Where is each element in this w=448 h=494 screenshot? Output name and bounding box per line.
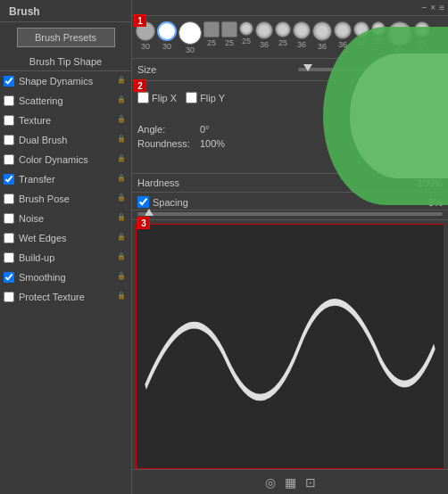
preset-num: 25 (207, 38, 216, 47)
lock-icon-transfer: 🔒 (117, 174, 126, 185)
sidebar-item-noise[interactable]: Noise🔒 (0, 209, 131, 228)
preset-num: 30 (186, 45, 195, 54)
label-scattering: Scattering (19, 95, 115, 106)
label-protect-texture: Protect Texture (19, 292, 115, 302)
sidebar-item-transfer[interactable]: Transfer🔒 (0, 169, 131, 189)
checkbox-dual-brush[interactable] (4, 135, 14, 145)
preset-circle (334, 21, 352, 39)
spacing-slider[interactable] (137, 212, 443, 216)
checkbox-scattering[interactable] (4, 95, 14, 106)
label-transfer: Transfer (19, 174, 115, 185)
preset-item[interactable]: 30 (157, 21, 177, 56)
bottom-icon-1[interactable]: ◎ (265, 475, 276, 490)
sidebar: Brush Brush Presets Brush Tip Shape Shap… (0, 0, 132, 494)
sidebar-item-scattering[interactable]: Scattering🔒 (0, 91, 131, 111)
preset-circle (221, 21, 237, 37)
label-3: 3 (137, 217, 150, 229)
size-label: Size (137, 64, 293, 75)
checkbox-wet-edges[interactable] (4, 233, 14, 243)
label-dual-brush: Dual Brush (19, 135, 115, 145)
bottom-icon-2[interactable]: ▦ (285, 475, 296, 490)
preset-num: 36 (297, 40, 306, 49)
preset-num: 25 (278, 38, 287, 47)
brush-tip-shape-label: Brush Tip Shape (0, 53, 131, 71)
sidebar-items: Shape Dynamics🔒Scattering🔒Texture🔒Dual B… (0, 71, 131, 307)
lock-icon-smoothing: 🔒 (117, 272, 126, 283)
label-1: 1 (134, 14, 146, 27)
preset-num: 36 (260, 40, 269, 49)
flip-x-checkbox[interactable] (137, 92, 149, 103)
label-brush-pose: Brush Pose (19, 193, 115, 204)
preset-circle (312, 21, 332, 41)
sidebar-item-build-up[interactable]: Build-up🔒 (0, 248, 131, 268)
panel-title: Brush (0, 0, 131, 22)
svg-rect-0 (137, 225, 444, 468)
spacing-checkbox[interactable] (137, 196, 149, 208)
lock-icon-brush-pose: 🔒 (117, 193, 126, 204)
lock-icon-dual-brush: 🔒 (117, 135, 126, 145)
checkbox-build-up[interactable] (4, 252, 14, 263)
checkbox-noise[interactable] (4, 213, 14, 224)
lock-icon-build-up: 🔒 (117, 252, 126, 263)
flip-y-checkbox[interactable] (186, 92, 197, 103)
preset-item[interactable]: 36 (255, 21, 273, 56)
flip-x-label[interactable]: Flip X (137, 92, 177, 103)
checkbox-color-dynamics[interactable] (4, 154, 14, 165)
close-panel-icon[interactable]: × (430, 3, 436, 12)
green-shape-inner (350, 54, 448, 178)
minimize-panel-icon[interactable]: − (421, 3, 427, 12)
checkbox-smoothing[interactable] (4, 272, 14, 283)
preset-item[interactable]: 25 (203, 21, 220, 56)
sidebar-item-color-dynamics[interactable]: Color Dynamics🔒 (0, 150, 131, 169)
top-bar: − × ≡ (132, 0, 448, 16)
preset-item[interactable]: 25 (221, 21, 237, 56)
lock-icon-shape-dynamics: 🔒 (117, 76, 126, 86)
preset-item[interactable]: 25 (275, 21, 291, 56)
sidebar-item-shape-dynamics[interactable]: Shape Dynamics🔒 (0, 71, 131, 91)
label-build-up: Build-up (19, 252, 115, 263)
menu-panel-icon[interactable]: ≡ (439, 3, 444, 12)
sidebar-item-dual-brush[interactable]: Dual Brush🔒 (0, 130, 131, 150)
bottom-icon-3[interactable]: ⊡ (305, 475, 316, 490)
sidebar-item-protect-texture[interactable]: Protect Texture🔒 (0, 287, 131, 307)
brush-presets-button[interactable]: Brush Presets (17, 28, 115, 47)
sidebar-item-smoothing[interactable]: Smoothing🔒 (0, 268, 131, 287)
sidebar-item-wet-edges[interactable]: Wet Edges🔒 (0, 228, 131, 248)
bottom-toolbar: ◎ ▦ ⊡ (132, 469, 448, 494)
label-smoothing: Smoothing (19, 272, 115, 283)
lock-icon-texture: 🔒 (117, 115, 126, 126)
angle-value: 0° (200, 124, 210, 135)
checkbox-protect-texture[interactable] (4, 292, 14, 302)
roundness-value: 100% (200, 138, 225, 149)
size-slider-thumb (303, 64, 312, 71)
preset-num: 30 (141, 42, 150, 51)
lock-icon-noise: 🔒 (117, 213, 126, 224)
label-wet-edges: Wet Edges (19, 233, 115, 243)
sidebar-item-brush-pose[interactable]: Brush Pose🔒 (0, 189, 131, 209)
label-noise: Noise (19, 213, 115, 224)
preset-circle (203, 21, 220, 37)
flip-y-label[interactable]: Flip Y (186, 92, 225, 103)
preset-circle (255, 21, 273, 39)
lock-icon-scattering: 🔒 (117, 95, 126, 106)
checkbox-texture[interactable] (4, 115, 14, 126)
label-2: 2 (134, 79, 146, 92)
checkbox-brush-pose[interactable] (4, 193, 14, 204)
preset-circle (293, 21, 311, 39)
spacing-slider-thumb (145, 209, 153, 216)
preview-wrapper: 3 (136, 224, 444, 469)
label-color-dynamics: Color Dynamics (19, 154, 115, 165)
preset-item[interactable]: 36 (312, 21, 332, 56)
preset-circle (178, 21, 202, 45)
preview-svg (137, 225, 444, 468)
preset-item[interactable]: 36 (293, 21, 311, 56)
lock-icon-wet-edges: 🔒 (117, 233, 126, 243)
preset-item[interactable]: 25 (239, 21, 253, 56)
checkbox-transfer[interactable] (4, 174, 14, 185)
checkbox-shape-dynamics[interactable] (4, 76, 14, 86)
preset-num: 36 (318, 42, 327, 51)
preset-item[interactable]: 30 (178, 21, 202, 56)
sidebar-item-texture[interactable]: Texture🔒 (0, 111, 131, 130)
label-shape-dynamics: Shape Dynamics (19, 76, 115, 86)
lock-icon-protect-texture: 🔒 (117, 292, 126, 302)
